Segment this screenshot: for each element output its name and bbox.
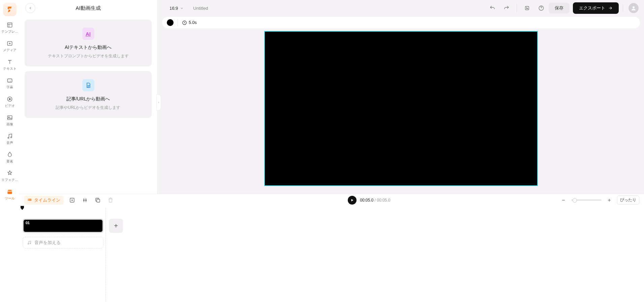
svg-point-6	[8, 137, 9, 138]
rail-label: メディア	[3, 48, 17, 53]
separator	[178, 19, 178, 26]
export-label: エクスポート	[579, 5, 605, 11]
add-audio-label: 音声を加える	[34, 240, 61, 246]
add-audio-button[interactable]: 音声を加える	[23, 237, 103, 248]
rail-subtitles[interactable]: 字幕	[1, 74, 19, 92]
rail-label: 画像	[6, 122, 13, 127]
color-swatch[interactable]	[167, 19, 174, 26]
add-clip-button[interactable]: +	[109, 219, 123, 233]
card-title: 記事/URLから動画へ	[66, 96, 110, 102]
card-subtitle: 記事やURLからビデオを生成します	[56, 105, 120, 111]
timeline-icon	[27, 198, 32, 203]
split-button[interactable]	[81, 196, 89, 205]
rail-label: ビデオ	[5, 103, 15, 108]
zoom-slider[interactable]	[571, 200, 602, 201]
document-icon	[82, 79, 94, 91]
zoom-fit-button[interactable]: ぴったり	[617, 195, 639, 205]
zoom-out-button[interactable]	[559, 196, 568, 205]
card-subtitle: テキストプロンプトからビデオを生成します	[48, 53, 129, 59]
card-title: AIテキストから動画へ	[65, 44, 112, 51]
ai-icon: AI	[82, 28, 94, 40]
rail-effects[interactable]: エフェク…	[1, 167, 19, 185]
save-button[interactable]: 保存	[549, 3, 570, 13]
playhead-icon[interactable]	[21, 206, 24, 210]
total-time: 00:05.0	[377, 198, 390, 203]
aspect-ratio-value: 16:9	[170, 6, 178, 11]
svg-point-20	[28, 243, 29, 244]
aspect-ratio-selector[interactable]: 16:9	[167, 4, 186, 12]
svg-rect-15	[29, 200, 31, 201]
svg-point-21	[30, 243, 31, 244]
svg-point-10	[633, 6, 635, 8]
crop-button[interactable]	[522, 3, 532, 13]
svg-rect-19	[97, 199, 100, 202]
rail-label: 字幕	[6, 85, 13, 90]
video-canvas[interactable]	[264, 31, 538, 186]
rail-label: 要素	[6, 159, 13, 164]
separator	[623, 4, 623, 12]
app-logo[interactable]	[3, 3, 17, 16]
separator	[517, 4, 517, 12]
rail-label: エフェク…	[1, 178, 18, 182]
svg-point-7	[10, 137, 11, 138]
rail-elements[interactable]: 要素	[1, 149, 19, 166]
playback-bar: タイムライン 00:05.0 / 00:05.0 ぴったり	[19, 194, 644, 206]
rail-label: 音声	[6, 141, 13, 145]
svg-rect-2	[7, 79, 12, 82]
zoom-in-button[interactable]	[605, 196, 614, 205]
duration-value: 5.0s	[189, 20, 197, 25]
redo-button[interactable]	[502, 3, 511, 13]
duration-control[interactable]: 5.0s	[182, 20, 197, 25]
timeline-area: 01 + 音声を加える	[19, 206, 644, 305]
user-avatar[interactable]	[628, 3, 639, 13]
card-ai-text-to-video[interactable]: AI AIテキストから動画へ テキストプロンプトからビデオを生成します	[25, 20, 152, 66]
rail-image[interactable]: 画像	[1, 112, 19, 129]
rail-media[interactable]: メディア	[1, 37, 19, 55]
undo-button[interactable]	[488, 3, 497, 13]
panel-title: AI動画生成	[19, 5, 157, 11]
timeline-divider	[105, 208, 106, 302]
clip-number: 01	[26, 221, 30, 225]
rail-video[interactable]: ビデオ	[1, 93, 19, 111]
rail-label: ツール	[5, 196, 15, 201]
collapse-panel-button[interactable]	[156, 94, 161, 111]
svg-rect-13	[28, 200, 29, 201]
playback-time: 00:05.0 / 00:05.0	[360, 198, 390, 203]
rail-tools[interactable]: ツール	[1, 186, 19, 204]
delete-button[interactable]	[106, 196, 115, 205]
card-article-url-to-video[interactable]: 記事/URLから動画へ 記事やURLからビデオを生成します	[25, 71, 152, 118]
duplicate-button[interactable]	[93, 196, 102, 205]
timeline-clip[interactable]: 01	[23, 219, 103, 233]
left-rail: テンプレ… メディア テキスト 字幕 ビデオ 画像 音声 要素 エフェク… ツー…	[0, 0, 19, 305]
rail-templates[interactable]: テンプレ…	[1, 19, 19, 37]
current-time: 00:05.0	[360, 198, 373, 203]
rail-text[interactable]: テキスト	[1, 56, 19, 74]
clip-info-strip: 5.0s	[162, 17, 640, 28]
rail-label: テンプレ…	[1, 29, 18, 34]
svg-rect-4	[7, 116, 12, 120]
clock-icon	[182, 20, 187, 25]
export-button[interactable]: エクスポート	[573, 2, 619, 14]
music-note-icon	[27, 240, 32, 245]
side-panel: AI動画生成 AI AIテキストから動画へ テキストプロンプトからビデオを生成し…	[19, 0, 157, 194]
svg-rect-0	[7, 23, 12, 27]
svg-rect-12	[28, 199, 29, 199]
play-button[interactable]	[348, 196, 357, 205]
chevron-down-icon	[180, 6, 184, 10]
add-button[interactable]	[68, 196, 76, 205]
top-bar: 16:9 Untitled 保存 エクスポート	[162, 0, 644, 16]
timeline-label: タイムライン	[34, 197, 60, 203]
rail-label: テキスト	[3, 66, 17, 71]
rail-audio[interactable]: 音声	[1, 130, 19, 148]
arrow-right-icon	[608, 6, 613, 10]
timeline-toggle[interactable]: タイムライン	[24, 196, 64, 205]
back-button[interactable]	[25, 3, 35, 13]
help-button[interactable]	[536, 3, 546, 13]
project-title[interactable]: Untitled	[193, 6, 488, 11]
svg-rect-14	[29, 199, 31, 199]
canvas-area	[162, 31, 640, 194]
